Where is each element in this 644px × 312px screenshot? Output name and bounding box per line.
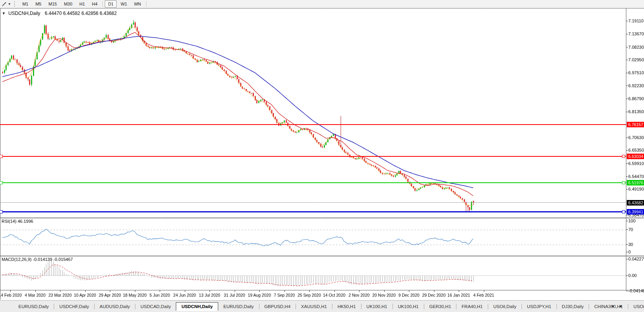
price-axis-tick: 6.65350	[628, 148, 644, 153]
chart-tab-dj30-15[interactable]: DJ30,Daily	[557, 303, 589, 310]
timeframe-button-mn[interactable]: MN	[131, 0, 144, 7]
chart-tab-usoil-17[interactable]: USOil,H1	[628, 303, 644, 310]
date-axis-label: 19 Aug 2020	[248, 293, 271, 297]
chart-tab-gbpusd-6[interactable]: GBPUSD,H4	[259, 303, 296, 310]
chart-tab-eurusd-0[interactable]: EURUSD,Daily	[13, 303, 54, 310]
timeframe-button-m1[interactable]: M1	[19, 0, 31, 7]
timeframe-button-m15[interactable]: M15	[45, 0, 60, 7]
chart-tab-fra40-12[interactable]: FRA40,H1	[456, 303, 488, 310]
chart-tab-audusd-2[interactable]: AUDUSD,Daily	[95, 303, 135, 310]
date-axis-label: 25 Sep 2020	[297, 293, 321, 297]
date-axis-label: 16 Jan 2021	[447, 293, 470, 297]
date-axis-label: 4 Mar 2020	[25, 293, 46, 297]
toolbar-separator	[146, 1, 146, 7]
date-axis-label: 18 May 2020	[123, 293, 147, 297]
rsi-axis-tick: 0	[628, 250, 631, 255]
timeframe-button-h1[interactable]: H1	[76, 0, 88, 7]
chart-tab-usdjpy-14[interactable]: USDJPY,H1	[522, 303, 556, 310]
rsi-axis-tick: 70	[628, 227, 633, 232]
date-axis-label: 31 Jul 2020	[224, 293, 245, 297]
chart-tab-uk100-9[interactable]: UK100,H1	[361, 303, 392, 310]
rsi-axis-tick: 30	[628, 242, 633, 247]
chart-tab-eurusd-5[interactable]: EURUSD,Daily	[218, 303, 259, 310]
price-axis-tick: 7.13670	[628, 31, 644, 37]
price-chart-canvas[interactable]	[0, 0, 644, 312]
tab-scroll-left-icon[interactable]: ◄	[611, 304, 614, 308]
price-axis-tick: 6.97510	[628, 70, 644, 75]
price-axis-tick: 7.02950	[628, 57, 644, 62]
chart-tab-xauusd-7[interactable]: XAUUSD,H1	[296, 303, 332, 310]
date-axis-label: 13 Jul 2020	[199, 293, 220, 297]
price-line-badge: 6.39941	[627, 209, 644, 215]
macd-axis-tick: -0.04148	[628, 288, 644, 294]
symbol-collapse-icon[interactable]: ▼	[2, 11, 5, 15]
date-axis-label: 24 Jun 2020	[173, 293, 196, 297]
chart-symbol-label: USDCNH,Daily	[8, 11, 40, 16]
chart-tab-bar: EURUSD,DailyUSDCHF,DailyAUDUSD,DailyUSDC…	[0, 300, 644, 312]
price-axis-tick: 7.08230	[628, 45, 644, 50]
date-axis-label: 23 Mar 2020	[49, 293, 72, 297]
chart-tab-usdchf-1[interactable]: USDCHF,Daily	[54, 303, 94, 310]
macd-axis-tick: 0.00	[628, 273, 637, 278]
price-line-badge: 6.76157	[627, 122, 644, 127]
toolbar-grip[interactable]	[14, 1, 16, 7]
date-axis-label: 2 Nov 2020	[348, 293, 370, 297]
chart-ohlc-values: 6.44470 6.44582 6.42856 6.43682	[45, 11, 117, 16]
date-axis-label: 14 Feb 2020	[0, 293, 22, 297]
cursor-tool-dropdown-icon[interactable]: ▼	[8, 2, 11, 6]
date-axis-label: 4 Feb 2021	[473, 293, 494, 297]
chart-toolbar: ▼ M1M5M15M30H1H4D1W1MN	[0, 0, 644, 8]
date-axis-label: 29 Dec 2020	[422, 293, 446, 297]
date-axis-label: 10 Apr 2020	[74, 293, 96, 297]
date-axis-label: 14 Oct 2020	[323, 293, 345, 297]
chart-tab-hk50-8[interactable]: HK50,H1	[332, 303, 361, 310]
price-axis-tick: 6.86790	[628, 96, 644, 101]
price-line-badge: 6.51976	[627, 180, 644, 185]
date-axis-label: 20 Nov 2020	[372, 293, 396, 297]
price-axis-tick: 6.92230	[628, 83, 644, 88]
price-axis-tick: 6.70630	[628, 135, 644, 140]
chart-tab-ger30-11[interactable]: GER30,H1	[424, 303, 456, 310]
rsi-axis-tick: 100	[628, 218, 635, 224]
timeframe-button-w1[interactable]: W1	[117, 0, 130, 7]
date-axis-label: 5 Jun 2020	[150, 293, 170, 297]
chart-title: ▼ USDCNH,Daily 6.44470 6.44582 6.42856 6…	[2, 11, 117, 16]
price-axis-tick: 6.54470	[628, 174, 644, 179]
cursor-tool-icon[interactable]	[1, 1, 8, 7]
tab-scroll-right-icon[interactable]: ►	[619, 304, 623, 308]
date-axis-label: 29 Apr 2020	[99, 293, 121, 297]
macd-indicator-label: MACD(12,26,9) -0.014139 -0.015467	[2, 257, 73, 262]
rsi-indicator-label: RSI(14) 46.1996	[2, 219, 33, 224]
timeframe-button-m30[interactable]: M30	[61, 0, 75, 7]
price-axis-tick: 7.19110	[628, 18, 644, 24]
chart-tab-usdcad-3[interactable]: USDCAD,Daily	[135, 303, 176, 310]
timeframe-button-m5[interactable]: M5	[32, 0, 44, 7]
price-line-badge: 6.63034	[627, 154, 644, 159]
toolbar-separator	[102, 1, 103, 7]
timeframe-button-d1[interactable]: D1	[105, 0, 117, 7]
date-axis-label: 7 Sep 2020	[274, 293, 295, 297]
date-axis-label: 9 Dec 2020	[398, 293, 420, 297]
chart-tab-uk100-10[interactable]: UK100,H1	[393, 303, 424, 310]
chart-tab-usdcnh-4[interactable]: USDCNH,Daily	[176, 302, 218, 311]
price-axis-tick: 6.49190	[628, 187, 644, 192]
chart-tab-usoil-13[interactable]: USOil,Daily	[488, 303, 522, 310]
price-axis-tick: 6.81350	[628, 109, 644, 114]
timeframe-button-h4[interactable]: H4	[89, 0, 100, 7]
current-price-badge: 6.43682	[627, 200, 644, 206]
macd-axis-tick: 0.042275	[628, 257, 644, 262]
price-axis-tick: 6.59910	[628, 161, 644, 166]
